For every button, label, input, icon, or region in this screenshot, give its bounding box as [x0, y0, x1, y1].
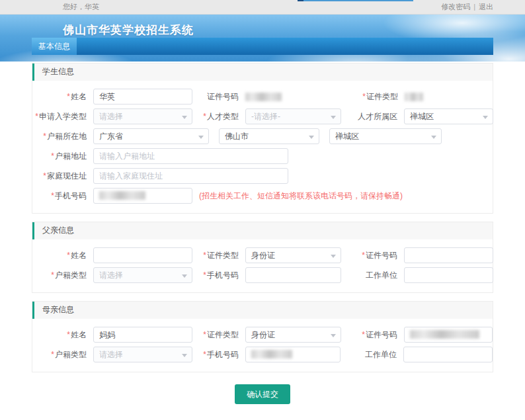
student-phone-label: *手机号码 [32, 188, 93, 204]
father-name-input[interactable] [93, 247, 192, 263]
father-idtype-select[interactable]: 身份证 [245, 247, 341, 263]
section-mother-title: 母亲信息 [32, 302, 493, 319]
required-mark: * [67, 92, 70, 101]
topbar-actions: 修改密码|退出 [441, 2, 493, 12]
required-mark: * [203, 112, 206, 121]
required-mark: * [43, 132, 46, 141]
student-idno-masked-value [245, 93, 282, 101]
required-mark: * [51, 271, 54, 280]
mother-idno-label: *证件号码 [341, 327, 404, 343]
father-phone-label: *手机号码 [192, 267, 245, 283]
required-mark: * [51, 151, 54, 161]
father-hukou-select[interactable]: 请选择 [93, 267, 192, 283]
required-mark: * [67, 330, 70, 339]
section-student-title: 学生信息 [32, 63, 493, 81]
mother-idno-masked-value [410, 330, 479, 339]
chevron-down-icon [182, 354, 187, 357]
chevron-down-icon [331, 255, 336, 258]
mother-row-1: *姓名 *证件类型 身份证 *证件号码 [32, 327, 493, 343]
phone-hint-text: (招生相关工作、短信通知将联系该电话号码，请保持畅通) [199, 190, 403, 202]
mother-phone-masked-value [251, 350, 292, 358]
required-mark: * [35, 112, 38, 121]
required-mark: * [67, 251, 70, 260]
chevron-down-icon [198, 136, 204, 139]
city-value: 佛山市 [225, 131, 249, 142]
chevron-down-icon [331, 334, 336, 337]
father-hukou-value: 请选择 [99, 270, 123, 281]
student-row-2: *申请入学类型 请选择 *人才类型 -请选择- 人才所属区 禅城区 [32, 108, 493, 124]
father-idno-input[interactable] [404, 247, 493, 263]
greeting-text: 您好，华英 [32, 2, 99, 12]
mother-phone-label: *手机号码 [192, 347, 245, 362]
header-banner: 佛山市华英学校招生系统 基本信息 [0, 15, 525, 62]
talent-area-select[interactable]: 禅城区 [404, 108, 493, 124]
chevron-down-icon [309, 136, 314, 139]
required-mark: * [203, 271, 206, 280]
logout-link[interactable]: 退出 [479, 3, 493, 11]
chevron-down-icon [331, 116, 336, 119]
province-select[interactable]: 广东省 [93, 128, 209, 144]
tab-bar: 基本信息 [32, 38, 493, 55]
father-idtype-label: *证件类型 [192, 247, 245, 263]
student-row-1: *姓名 证件号码 *证件类型 [32, 89, 493, 105]
talent-type-value: -请选择- [251, 111, 280, 122]
section-mother: 母亲信息 *姓名 *证件类型 身份证 *证件号码 *户籍类型 请选择 *手机号码… [32, 301, 493, 372]
student-idtype-masked-value [405, 93, 423, 101]
father-hukou-label: *户籍类型 [32, 267, 93, 283]
change-password-link[interactable]: 修改密码 [441, 3, 470, 11]
residence-address-input[interactable] [93, 148, 288, 164]
student-idtype-label: *证件类型 [282, 89, 405, 105]
page-title: 佛山市华英学校招生系统 [63, 22, 194, 38]
required-mark: * [43, 171, 46, 181]
mother-phone-input[interactable] [245, 347, 341, 362]
submit-button[interactable]: 确认提交 [235, 384, 290, 404]
district-select[interactable]: 禅城区 [329, 128, 442, 144]
required-mark: * [362, 330, 365, 339]
student-row-5: *家庭现住址 [32, 168, 493, 184]
talent-type-label: *人才类型 [192, 108, 245, 124]
student-idno-label: 证件号码 [192, 89, 245, 105]
required-mark: * [203, 350, 206, 359]
required-mark: * [203, 251, 206, 260]
mother-hukou-select[interactable]: 请选择 [93, 347, 192, 362]
father-name-label: *姓名 [32, 247, 93, 263]
tab-basic-info[interactable]: 基本信息 [32, 38, 77, 55]
topbar-separator: | [473, 3, 475, 11]
talent-area-value: 禅城区 [410, 111, 434, 122]
mother-idtype-select[interactable]: 身份证 [245, 327, 341, 343]
city-select[interactable]: 佛山市 [219, 128, 319, 144]
student-row-6: *手机号码 (招生相关工作、短信通知将联系该电话号码，请保持畅通) [32, 188, 493, 204]
student-row-4: *户籍地址 [32, 148, 493, 164]
home-address-label: *家庭现住址 [32, 168, 93, 184]
mother-hukou-value: 请选择 [99, 349, 123, 360]
mother-name-input[interactable] [93, 327, 192, 343]
father-work-label: 工作单位 [341, 267, 404, 283]
browser-loading-strip [298, 0, 413, 1]
chevron-down-icon [483, 116, 488, 119]
apply-type-select[interactable]: 请选择 [93, 108, 192, 124]
student-phone-masked-value [99, 191, 145, 200]
father-work-input[interactable] [404, 267, 493, 283]
section-student: 学生信息 *姓名 证件号码 *证件类型 *申请入学类型 请选择 *人才类型 -请… [32, 63, 493, 214]
home-address-input[interactable] [93, 168, 288, 184]
talent-area-label: 人才所属区 [341, 108, 404, 124]
student-row-3: *户籍所在地 广东省 佛山市 禅城区 [32, 128, 493, 144]
chevron-down-icon [431, 136, 436, 139]
apply-type-label: *申请入学类型 [32, 108, 93, 124]
section-father: 父亲信息 *姓名 *证件类型 身份证 *证件号码 *户籍类型 请选择 *手机号码… [32, 222, 493, 293]
mother-name-label: *姓名 [32, 327, 93, 343]
mother-hukou-label: *户籍类型 [32, 347, 93, 362]
district-value: 禅城区 [335, 131, 359, 142]
mother-idno-input[interactable] [404, 327, 493, 343]
talent-type-select[interactable]: -请选择- [245, 108, 341, 124]
father-phone-input[interactable] [245, 267, 341, 283]
student-name-label: *姓名 [32, 89, 93, 105]
mother-work-label: 工作单位 [341, 347, 403, 362]
main-content: 学生信息 *姓名 证件号码 *证件类型 *申请入学类型 请选择 *人才类型 -请… [32, 62, 493, 404]
student-phone-input[interactable] [93, 188, 192, 204]
residence-label: *户籍所在地 [32, 128, 93, 144]
mother-work-input[interactable] [403, 347, 493, 362]
student-name-input[interactable] [93, 89, 192, 105]
required-mark: * [362, 92, 366, 101]
required-mark: * [51, 350, 54, 359]
